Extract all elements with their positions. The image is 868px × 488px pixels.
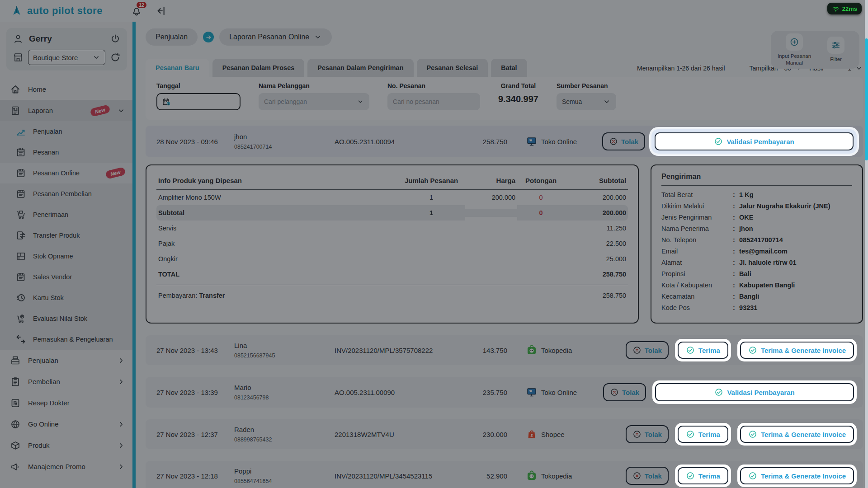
tanggal-input-box[interactable] bbox=[156, 93, 241, 110]
sidebar-item-pesanan-online[interactable]: Pesanan Online New bbox=[0, 163, 132, 183]
no-pesanan-input-box[interactable] bbox=[387, 93, 480, 110]
order-row[interactable]: 27 Nov 2023 - 12:37 Raden 088998765432 2… bbox=[146, 419, 863, 449]
tolak-button[interactable]: Tolak bbox=[602, 132, 645, 150]
tab-pesanan-selesai[interactable]: Pesanan Selesai bbox=[417, 59, 488, 77]
shipping-row: Propinsi:Bali bbox=[661, 270, 852, 277]
nama-pelanggan-select[interactable] bbox=[259, 93, 369, 110]
tolak-button[interactable]: Tolak bbox=[603, 383, 646, 401]
sidebar-item-stok-opname[interactable]: Stok Opname bbox=[0, 246, 132, 267]
promo-megaphone-icon bbox=[10, 461, 21, 472]
shipping-row: Email:tes@gmail.com bbox=[661, 248, 852, 255]
tolak-button[interactable]: Tolak bbox=[626, 341, 669, 359]
sidebar-item-sales-vendor[interactable]: Sales Vendor bbox=[0, 267, 132, 287]
sidebar-item-resep-dokter[interactable]: Resep Dokter bbox=[0, 392, 132, 413]
tab-pesanan-baru[interactable]: Pesanan Baru bbox=[146, 59, 209, 77]
sidebar: Gerry Boutique Store Home Laporan New bbox=[0, 22, 132, 488]
filter-sumber-pesanan: Sumber Pesanan Semua bbox=[557, 82, 616, 110]
order-total: 230.000 bbox=[462, 431, 507, 438]
terima-button[interactable]: Terima bbox=[678, 426, 728, 443]
home-icon bbox=[10, 84, 21, 95]
terima-label: Terima bbox=[698, 347, 720, 354]
sidebar-item-home[interactable]: Home bbox=[0, 79, 132, 100]
rx-prescription-icon bbox=[10, 398, 21, 408]
order-actions: Tolak Terima Terima & Generate Invoice bbox=[626, 339, 857, 361]
wifi-icon bbox=[832, 5, 840, 13]
circle-x-icon bbox=[610, 388, 619, 397]
order-row[interactable]: 27 Nov 2023 - 12:18 Poppi 085564741654 I… bbox=[146, 461, 863, 488]
scrollbar-thumb[interactable] bbox=[865, 38, 868, 160]
store-selector[interactable]: Boutique Store bbox=[28, 50, 105, 65]
sidebar-item-manajemen-promo[interactable]: Manajemen Promo bbox=[0, 456, 132, 477]
user-icon bbox=[13, 33, 24, 44]
latency-badge: 22ms bbox=[827, 3, 862, 14]
order-row[interactable]: 27 Nov 2023 - 13:43 Lina 0852156687945 I… bbox=[146, 335, 863, 365]
sidebar-item-penerimaan[interactable]: Penerimaan bbox=[0, 204, 132, 225]
sumber-pesanan-select[interactable]: Semua bbox=[557, 93, 616, 110]
store-selector-value: Boutique Store bbox=[33, 54, 78, 61]
sidebar-item-evaluasi-nilai-stok[interactable]: Evaluasi Nilai Stok bbox=[0, 308, 132, 329]
order-number: INV/20231120/MPL/3575708222 bbox=[335, 347, 462, 354]
vertical-scrollbar[interactable] bbox=[865, 0, 868, 488]
sidebar-item-produk[interactable]: Produk bbox=[0, 435, 132, 456]
refresh-icon[interactable] bbox=[110, 52, 121, 63]
source-label: Tokopedia bbox=[541, 347, 572, 354]
col-info-produk: Info Produk yang Dipesan bbox=[156, 173, 397, 190]
order-date: 27 Nov 2023 - 13:43 bbox=[156, 347, 234, 354]
validasi-pembayaran-button[interactable]: Validasi Pembayaran bbox=[655, 132, 854, 150]
grand-total: Grand Total 9.340.997 bbox=[498, 82, 538, 104]
tab-pesanan-dalam-proses[interactable]: Pesanan Dalam Proses bbox=[212, 59, 305, 77]
input-pesanan-manual-button[interactable]: Input Pesanan Manual bbox=[774, 33, 815, 66]
tolak-button[interactable]: Tolak bbox=[626, 467, 669, 485]
order-row[interactable]: 28 Nov 2023 - 09:46 jhon 085241700714 AO… bbox=[146, 126, 863, 157]
sidebar-item-pesanan[interactable]: Pesanan bbox=[0, 142, 132, 163]
breadcrumb-level1-label: Penjualan bbox=[156, 33, 188, 41]
sidebar-item-penjualan[interactable]: Penjualan bbox=[0, 350, 132, 371]
order-customer: jhon 085241700714 bbox=[234, 133, 335, 150]
validasi-pembayaran-button[interactable]: Validasi Pembayaran bbox=[655, 383, 854, 401]
tanggal-input[interactable] bbox=[175, 98, 229, 105]
collapse-sidebar-button[interactable] bbox=[154, 5, 166, 17]
user-panel: Gerry Boutique Store bbox=[6, 28, 127, 70]
customer-name: Raden bbox=[234, 426, 335, 433]
logout-power-icon[interactable] bbox=[110, 33, 121, 44]
sidebar-item-laporan[interactable]: Laporan New bbox=[0, 100, 132, 121]
filter-button[interactable]: Filter bbox=[815, 37, 857, 62]
sidebar-item-transfer-produk[interactable]: Transfer Produk bbox=[0, 225, 132, 246]
circle-check-icon bbox=[686, 471, 695, 480]
source-label: Toko Online bbox=[541, 138, 577, 145]
circle-x-icon bbox=[632, 471, 642, 480]
terima-generate-invoice-button[interactable]: Terima & Generate Invoice bbox=[740, 342, 854, 359]
sidebar-item-pemasukan-pengeluaran[interactable]: Pemasukan & Pengeluaran bbox=[0, 329, 132, 350]
no-pesanan-input[interactable] bbox=[393, 98, 475, 105]
validasi-highlight-ring: Validasi Pembayaran bbox=[651, 129, 857, 154]
order-date: 27 Nov 2023 - 12:37 bbox=[156, 431, 234, 438]
breadcrumb-laporan-pesanan-online[interactable]: Laporan Pesanan Online bbox=[219, 28, 332, 46]
submenu-label: Kartu Stok bbox=[33, 294, 125, 301]
inout-arrows-icon bbox=[15, 334, 26, 345]
notifications-button[interactable]: 12 bbox=[131, 5, 142, 17]
tab-pesanan-dalam-pengiriman[interactable]: Pesanan Dalam Pengiriman bbox=[307, 59, 413, 77]
sidebar-item-pembelian[interactable]: Pembelian bbox=[0, 371, 132, 392]
sidebar-item-pesanan-pembelian[interactable]: Pesanan Pembelian bbox=[0, 183, 132, 204]
sidebar-item-go-online[interactable]: Go Online bbox=[0, 413, 132, 435]
order-source: Toko Online bbox=[526, 136, 602, 147]
circle-check-icon bbox=[748, 471, 757, 480]
nama-pelanggan-input[interactable] bbox=[264, 98, 353, 105]
col-potongan: Potongan bbox=[517, 173, 565, 190]
circle-x-icon bbox=[632, 430, 642, 439]
pembayaran-label: Pembayaran: Transfer bbox=[156, 288, 397, 303]
sidebar-item-penjualan-report[interactable]: Penjualan bbox=[0, 121, 132, 142]
terima-generate-invoice-button[interactable]: Terima & Generate Invoice bbox=[740, 426, 854, 443]
terima-generate-invoice-button[interactable]: Terima & Generate Invoice bbox=[740, 467, 854, 484]
terima-button[interactable]: Terima bbox=[678, 467, 728, 484]
sidebar-item-kartu-stok[interactable]: Kartu Stok bbox=[0, 287, 132, 308]
terima-highlight-ring: Terima bbox=[675, 339, 731, 361]
tolak-button[interactable]: Tolak bbox=[626, 425, 669, 443]
breadcrumb-penjualan[interactable]: Penjualan bbox=[146, 28, 198, 46]
order-row[interactable]: 27 Nov 2023 - 13:39 Mario 08123456798 AO… bbox=[146, 377, 863, 408]
terima-button[interactable]: Terima bbox=[678, 342, 728, 359]
quick-actions-panel: Input Pesanan Manual Filter bbox=[771, 31, 859, 69]
order-actions: Tolak Validasi Pembayaran bbox=[603, 380, 857, 404]
tab-batal[interactable]: Batal bbox=[491, 59, 527, 77]
breadcrumb-level2-label: Laporan Pesanan Online bbox=[229, 33, 309, 41]
